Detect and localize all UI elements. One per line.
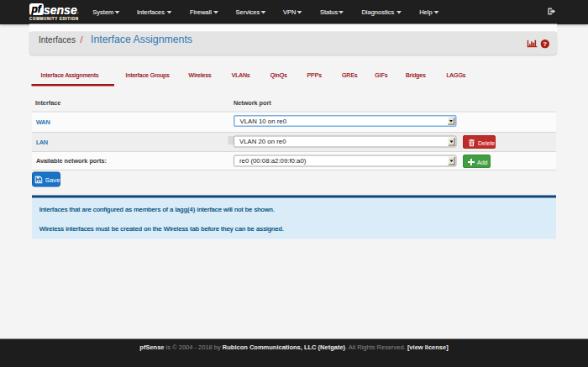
svg-text:?: ? <box>543 40 547 48</box>
